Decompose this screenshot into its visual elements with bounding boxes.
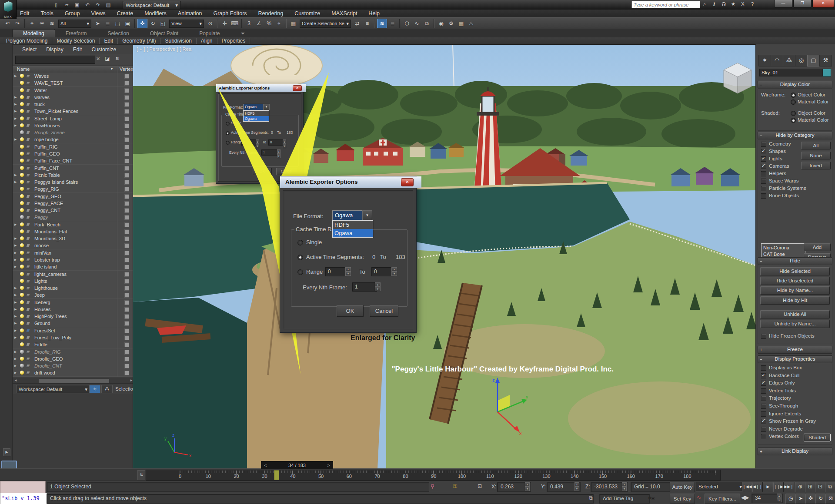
- vertex-ticks-checkbox[interactable]: [124, 364, 129, 368]
- tree-row-peggy-cnt[interactable]: ≡Peggy_CNT: [13, 207, 134, 214]
- vertex-ticks-checkbox[interactable]: [124, 328, 129, 333]
- option-ogawa[interactable]: Ogawa: [333, 229, 373, 237]
- vertex-ticks-checkbox[interactable]: [124, 229, 129, 234]
- spinner-snap-icon[interactable]: ⌖: [274, 19, 284, 28]
- expand-arrow-icon[interactable]: ▶: [14, 109, 17, 113]
- expand-arrow-icon[interactable]: ▶: [14, 237, 17, 240]
- file-format-dropdown[interactable]: HDF5 Ogawa: [243, 110, 269, 122]
- expand-arrow-icon[interactable]: ▶: [14, 336, 17, 339]
- tree-row-peggy-rig[interactable]: ≡Peggy_RIG: [13, 186, 134, 193]
- dp-checkbox-trajectory[interactable]: [761, 396, 766, 401]
- vertex-ticks-checkbox[interactable]: [124, 201, 129, 206]
- selection-lock-icon[interactable]: ⚿: [453, 483, 457, 489]
- menu-modifiers[interactable]: Modifiers: [144, 10, 167, 17]
- visibility-bulb-icon[interactable]: [20, 293, 24, 297]
- spinner[interactable]: ▲▼: [345, 267, 351, 275]
- tree-row-town-picket-fences[interactable]: ▶≡Town_Picket Fences: [13, 108, 134, 115]
- ribbon-tab-populate[interactable]: Populate: [189, 30, 230, 37]
- active-segments-radio[interactable]: [297, 255, 303, 260]
- edit-named-selections-icon[interactable]: ▦: [289, 19, 298, 28]
- select-rotate-icon[interactable]: ↻: [148, 19, 157, 28]
- dialog-titlebar[interactable]: Alembic Exporter Options: [280, 176, 421, 188]
- single-radio[interactable]: [226, 122, 230, 126]
- tree-row-jeep[interactable]: ▶≡Jeep: [13, 292, 134, 299]
- zoom-extents-all-icon[interactable]: ⧉: [825, 482, 835, 492]
- expand-arrow-icon[interactable]: ▶: [14, 293, 17, 297]
- tree-row-wave-test[interactable]: ≡WAVE_TEST: [13, 80, 134, 87]
- file-format-dropdown[interactable]: HDF5 Ogawa: [332, 220, 373, 238]
- single-radio[interactable]: [297, 240, 303, 245]
- keyboard-override-icon[interactable]: ⌨: [230, 19, 239, 28]
- object-name-field[interactable]: Sky_01: [759, 69, 823, 76]
- isolate-pin-icon[interactable]: ⚲: [431, 483, 434, 489]
- range-radio[interactable]: [226, 141, 230, 145]
- select-object-icon[interactable]: ➤: [93, 19, 102, 28]
- zoom-extents-icon[interactable]: ⊡: [815, 482, 825, 492]
- scene-explorer-search-input[interactable]: [15, 56, 95, 64]
- vertex-colors-shaded-button[interactable]: Shaded: [804, 434, 831, 441]
- time-tag-icon[interactable]: ⧉: [589, 495, 593, 501]
- visibility-bulb-icon[interactable]: [20, 194, 24, 198]
- visibility-bulb-icon[interactable]: [20, 286, 24, 290]
- tree-row-puffin-rig[interactable]: ≡Puffin_RIG: [13, 143, 134, 151]
- vertex-ticks-checkbox[interactable]: [124, 243, 129, 248]
- visibility-bulb-icon[interactable]: [20, 350, 24, 354]
- vertex-ticks-checkbox[interactable]: [124, 137, 129, 142]
- spinner[interactable]: ▲▼: [283, 139, 286, 145]
- dp-checkbox-vertex-ticks[interactable]: [761, 388, 766, 394]
- visibility-bulb-icon[interactable]: [20, 159, 24, 162]
- menu-create[interactable]: Create: [117, 10, 134, 17]
- hide-unhide-by-name--button[interactable]: Unhide by Name...: [760, 320, 830, 328]
- ribbon-tab-object-paint[interactable]: Object Paint: [140, 30, 189, 37]
- menu-help[interactable]: Help: [368, 10, 380, 17]
- rollout-hide-by-category[interactable]: − Hide by Category: [758, 132, 832, 139]
- cancel-button[interactable]: Cancel: [370, 305, 398, 317]
- spinner[interactable]: ▲▼: [256, 139, 259, 145]
- tree-row-droolie-geo[interactable]: ▶≡Droolie_GEO: [13, 355, 134, 363]
- maxscript-mini-listener-white[interactable]: "sLib v 1.39: [0, 493, 47, 504]
- vertex-ticks-checkbox[interactable]: [124, 88, 129, 93]
- expand-arrow-icon[interactable]: ▶: [14, 357, 17, 361]
- wireframe-object-color-radio[interactable]: [791, 93, 796, 98]
- angle-snap-icon[interactable]: ∠: [254, 19, 264, 28]
- mirror-icon[interactable]: ⇄: [353, 19, 362, 28]
- visibility-bulb-icon[interactable]: [20, 109, 24, 113]
- dp-checkbox-never-degrade[interactable]: [761, 427, 766, 432]
- hide-hide-by-name--button[interactable]: Hide by Name...: [760, 286, 830, 295]
- scroll-left-icon[interactable]: ◄: [14, 378, 17, 382]
- vertex-ticks-checkbox[interactable]: [124, 173, 129, 178]
- tree-row-droolie-rig[interactable]: ▶≡Droolie_RIG: [13, 348, 134, 356]
- vertex-ticks-checkbox[interactable]: [124, 307, 129, 312]
- vertex-ticks-checkbox[interactable]: [124, 286, 129, 291]
- menu-edit[interactable]: Edit: [20, 10, 30, 17]
- visibility-bulb-icon[interactable]: [20, 300, 24, 304]
- dp-checkbox-ignore-extents[interactable]: [761, 411, 766, 417]
- communication-center-icon[interactable]: ☊: [720, 1, 727, 7]
- category-checkbox-bone-objects[interactable]: [761, 193, 766, 199]
- hide-hide-by-hit-button[interactable]: Hide by Hit: [760, 296, 830, 305]
- range-to-field[interactable]: 0: [371, 267, 394, 276]
- active-segments-radio[interactable]: [226, 131, 230, 135]
- hide-hide-unselected-button[interactable]: Hide Unselected: [760, 277, 830, 285]
- expand-arrow-icon[interactable]: ▶: [14, 117, 17, 120]
- ribbon-subtab-polygon-modeling[interactable]: Polygon Modeling: [2, 38, 52, 44]
- category-all-button[interactable]: All: [801, 142, 831, 149]
- hide-frozen-checkbox[interactable]: [761, 334, 766, 339]
- visibility-bulb-icon[interactable]: [20, 201, 24, 205]
- vertex-ticks-checkbox[interactable]: [124, 265, 129, 269]
- file-format-combo[interactable]: Ogawa: [332, 210, 364, 220]
- name-column-header[interactable]: Name: [17, 66, 30, 72]
- tab-utilities[interactable]: ⚒: [819, 55, 832, 66]
- tree-row-peggys-island-stairs[interactable]: ▶≡Peggys Island Stairs: [13, 179, 134, 186]
- ribbon-tab-modeling[interactable]: Modeling: [12, 29, 55, 37]
- dp-checkbox-show-frozen-in-gray[interactable]: [761, 419, 766, 424]
- close-icon[interactable]: ✕: [293, 85, 302, 91]
- spinner[interactable]: ▲▼: [622, 482, 627, 491]
- cancel-button[interactable]: Cancel: [276, 168, 297, 175]
- visibility-bulb-icon[interactable]: [20, 265, 24, 269]
- spinner[interactable]: ▲▼: [391, 267, 397, 275]
- tree-row-minivan[interactable]: ▶≡miniVan: [13, 249, 134, 257]
- tree-row-mountains-flat[interactable]: ≡Mountains_Flat: [13, 228, 134, 235]
- vertex-ticks-checkbox[interactable]: [124, 130, 129, 135]
- ribbon-subtab-properties[interactable]: Properties: [217, 38, 250, 44]
